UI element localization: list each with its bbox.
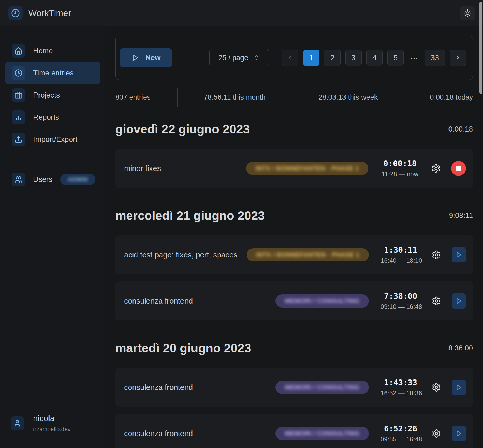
project-badge: INTX / BONNEFANTEN - PHASE 1 [247,248,369,261]
pagination-ellipsis: ⋯ [408,53,420,62]
sidebar-item-label: Reports [33,113,59,121]
sidebar-item-time-entries[interactable]: Time entries [5,62,100,84]
time-entry-row[interactable]: consulenza frontend MEMORI / CONSULTING … [115,414,473,448]
day-total: 8:36:00 [448,344,473,352]
day-section: martedì 20 giugno 2023 8:36:00 consulenz… [115,341,473,448]
day-heading: martedì 20 giugno 2023 [115,341,251,355]
play-icon [455,430,462,437]
sidebar-item-import-export[interactable]: Import/Export [5,128,100,150]
per-page-select[interactable]: 25 / page [209,49,269,66]
start-timer-button[interactable] [452,426,466,441]
gear-icon [432,296,441,306]
chevron-left-icon [287,55,293,61]
entry-description: consulenza frontend [124,297,193,305]
gear-icon [432,250,441,260]
new-entry-label: New [145,53,161,62]
entry-duration: 0:00:18 [380,159,420,168]
user-profile[interactable]: nicola nzambello.dev [11,414,71,433]
stat-this-month: 78:56:11 this month [178,88,292,107]
entry-settings-button[interactable] [431,164,441,173]
start-timer-button[interactable] [452,293,466,309]
theme-toggle-button[interactable] [460,6,475,20]
sun-icon [463,9,472,17]
upload-icon [12,133,25,146]
page-button-5[interactable]: 5 [387,50,404,66]
entry-description: minor fixes [124,164,161,173]
entry-time-range: 16:40 — 18:10 [381,257,421,264]
users-icon [12,173,25,186]
entry-description: consulenza frontend [124,383,193,392]
user-icon [11,416,24,430]
play-icon [455,384,462,391]
stat-this-week: 28:03:13 this week [292,88,404,107]
page-button-4[interactable]: 4 [366,50,383,66]
per-page-value: 25 / page [219,54,248,62]
next-page-button[interactable] [450,50,466,66]
clock-icon [12,66,25,80]
play-icon [455,251,462,259]
top-bar: WorkTimer [0,0,483,26]
new-entry-button[interactable]: New [120,48,172,67]
page-button-33[interactable]: 33 [425,50,445,66]
project-badge: INTX / BONNEFANTEN - PHASE 1 [246,162,368,175]
project-badge: MEMORI / CONSULTING [275,381,369,394]
entry-settings-button[interactable] [432,429,441,438]
stop-icon [456,166,461,171]
page-button-1[interactable]: 1 [303,50,319,66]
play-icon [131,54,139,62]
start-timer-button[interactable] [452,247,466,262]
start-timer-button[interactable] [452,380,466,395]
entry-settings-button[interactable] [432,250,441,260]
admin-badge: ADMIN [60,174,95,185]
entry-time-range: 16:52 — 18:36 [381,389,421,397]
stat-today: 0:00:18 today [404,88,473,107]
sidebar-item-users[interactable]: Users ADMIN [5,168,100,191]
sidebar-item-label: Projects [33,91,60,99]
profile-name: nicola [33,414,71,423]
toolbar: New 25 / page 1 2 3 4 5 ⋯ 33 [115,36,473,80]
chevrons-up-down-icon [253,55,260,61]
time-entry-row[interactable]: acid test page: fixes, perf, spaces INTX… [115,235,473,274]
day-section: mercoledì 21 giugno 2023 9:08:11 acid te… [115,208,473,320]
page-button-2[interactable]: 2 [324,50,341,66]
main-content: New 25 / page 1 2 3 4 5 ⋯ 33 [105,26,483,448]
entry-duration: 1:43:33 [381,378,421,387]
entry-settings-button[interactable] [432,383,441,392]
project-badge: MEMORI / CONSULTING [275,294,369,308]
entry-duration: 7:38:00 [381,291,421,301]
entry-time-range: 09:10 — 16:48 [381,303,421,310]
sidebar-item-home[interactable]: Home [5,40,100,62]
bar-chart-icon [12,110,25,124]
gear-icon [432,429,441,438]
stat-total-entries: 807 entries [115,88,177,107]
sidebar-item-label: Users [33,175,52,184]
stats-strip: 807 entries 78:56:11 this month 28:03:13… [115,88,473,107]
time-entry-row[interactable]: consulenza frontend MEMORI / CONSULTING … [115,281,473,320]
clock-icon [11,9,20,18]
entry-settings-button[interactable] [432,296,441,306]
profile-domain: nzambello.dev [33,426,71,433]
app-title: WorkTimer [28,8,71,18]
page-button-3[interactable]: 3 [345,50,362,66]
day-total: 9:08:11 [449,211,473,220]
sidebar-item-label: Import/Export [33,135,77,144]
scrollbar-thumb[interactable] [479,2,482,94]
sidebar-item-reports[interactable]: Reports [5,106,100,128]
entry-time-range: 09:55 — 16:48 [381,436,421,443]
day-section: giovedì 22 giugno 2023 0:00:18 minor fix… [115,122,473,188]
time-entry-row[interactable]: consulenza frontend MEMORI / CONSULTING … [115,368,473,407]
briefcase-icon [12,88,25,102]
entry-duration: 6:52:26 [381,424,421,433]
prev-page-button[interactable] [282,50,298,66]
chevron-right-icon [455,55,461,61]
sidebar-item-projects[interactable]: Projects [5,84,100,106]
stop-timer-button[interactable] [451,161,466,176]
gear-icon [431,164,441,173]
time-entry-row[interactable]: minor fixes INTX / BONNEFANTEN - PHASE 1… [115,149,473,188]
gear-icon [432,383,441,392]
play-icon [455,297,462,305]
app-logo [8,6,23,20]
sidebar: Home Time entries Projects Reports Impor [0,26,105,448]
sidebar-divider [5,159,100,159]
entry-time-range: 11:28 — now [380,171,420,178]
